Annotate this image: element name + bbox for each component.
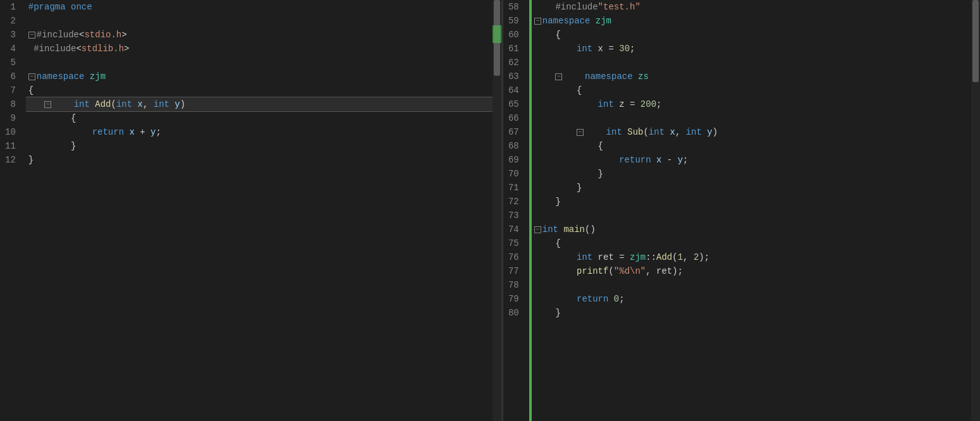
token-param: y (707, 125, 712, 139)
token-op: < (76, 42, 81, 56)
token-op: ); (699, 250, 709, 264)
token-plain (90, 97, 95, 111)
line-number: 77 (508, 264, 524, 278)
code-line: { (532, 83, 971, 97)
token-op: { (71, 111, 76, 125)
token-op: ( (672, 250, 677, 264)
token-kw: namespace (585, 70, 633, 83)
code-line: { (532, 139, 971, 153)
token-plain: - (661, 153, 677, 167)
line-number: 10 (5, 125, 21, 139)
code-line: } (532, 195, 971, 209)
token-plain (702, 125, 707, 139)
code-line: printf("%d\n", ret); (532, 264, 971, 278)
code-line (532, 278, 971, 292)
token-plain (534, 125, 577, 139)
token-op: < (79, 28, 84, 42)
line-number: 65 (508, 97, 524, 111)
token-kw: namespace (37, 70, 85, 83)
line-number: 74 (508, 223, 524, 236)
token-op: ) (713, 125, 718, 139)
left-scrollbar[interactable] (493, 0, 501, 421)
token-ns: zjm (90, 70, 106, 83)
token-op: ( (111, 97, 116, 111)
token-plain (608, 292, 613, 306)
token-plain (28, 42, 34, 56)
code-line: int z = 200; (532, 97, 971, 111)
token-op: { (28, 83, 34, 97)
token-plain (52, 97, 74, 111)
token-kw: return (619, 153, 651, 167)
right-editor-pane[interactable]: 5859606162636465666768697071727374757677… (503, 0, 980, 421)
code-line: } (532, 306, 971, 320)
token-param: x (656, 153, 661, 167)
code-line: − int Sub(int x, int y) (532, 125, 971, 139)
token-ns: zjm (596, 14, 611, 28)
token-op: ( (643, 125, 648, 139)
token-plain (534, 195, 556, 209)
line-number: 9 (5, 111, 21, 125)
token-op: , (143, 97, 154, 111)
token-kw: #pragma once (28, 0, 92, 14)
token-plain (590, 14, 595, 28)
token-num: 30 (619, 42, 630, 56)
code-line: #pragma once (26, 0, 493, 14)
token-param: y (150, 125, 156, 139)
token-plain (534, 28, 556, 42)
left-code-area[interactable]: #pragma once−#include<stdio.h> #include<… (26, 0, 493, 421)
token-op: } (577, 181, 582, 195)
code-line (26, 56, 493, 70)
code-line: #include<stdlib.h> (26, 42, 493, 56)
right-code-area[interactable]: #include"test.h"−namespace zjm { int x =… (532, 0, 971, 421)
token-plain (534, 250, 577, 264)
token-plain (534, 97, 598, 111)
token-kw: namespace (542, 14, 591, 28)
token-plain (534, 83, 577, 97)
token-kw: return (577, 292, 608, 306)
code-line: −namespace zjm (26, 70, 493, 83)
token-param: x (670, 125, 675, 139)
token-op: } (598, 167, 603, 181)
fold-icon: − (534, 14, 542, 28)
code-line: { (26, 111, 493, 125)
token-plain: ret = (592, 250, 630, 264)
fold-icon: − (28, 28, 37, 42)
right-scrollbar[interactable] (971, 0, 980, 421)
token-plain (534, 153, 619, 167)
line-number: 58 (508, 0, 524, 14)
line-number: 73 (508, 209, 524, 223)
code-line (532, 209, 971, 223)
token-op: } (71, 139, 76, 153)
token-plain (534, 167, 598, 181)
token-fn: Add (95, 97, 111, 111)
fold-icon: − (555, 70, 563, 83)
token-param: x (138, 97, 143, 111)
token-op: ; (656, 97, 661, 111)
code-line: −int main() (532, 223, 971, 236)
code-line: int ret = zjm::Add(1, 2); (532, 250, 971, 264)
code-line: return x + y; (26, 125, 493, 139)
token-plain (534, 306, 556, 320)
token-op: () (585, 223, 596, 236)
token-op: { (555, 28, 560, 42)
token-plain (558, 223, 563, 236)
token-plain (534, 181, 577, 195)
token-pp: #include (37, 28, 79, 42)
line-number: 8 (5, 97, 21, 111)
line-number: 12 (5, 153, 21, 167)
line-number: 62 (508, 56, 524, 70)
line-number: 66 (508, 111, 524, 125)
token-kw: int (606, 125, 622, 139)
code-line: −namespace zjm (532, 14, 971, 28)
right-scrollbar-thumb[interactable] (972, 0, 979, 82)
token-num: 2 (694, 250, 699, 264)
left-editor-pane[interactable]: 123456789101112 #pragma once−#include<st… (0, 0, 502, 421)
token-plain (84, 70, 89, 83)
code-line: int x = 30; (532, 42, 971, 56)
fold-icon: − (28, 70, 37, 83)
token-kw: int (542, 223, 558, 236)
right-line-numbers: 5859606162636465666768697071727374757677… (503, 0, 529, 421)
token-plain: z = (614, 97, 640, 111)
token-op: , (683, 250, 694, 264)
token-plain (534, 292, 577, 306)
